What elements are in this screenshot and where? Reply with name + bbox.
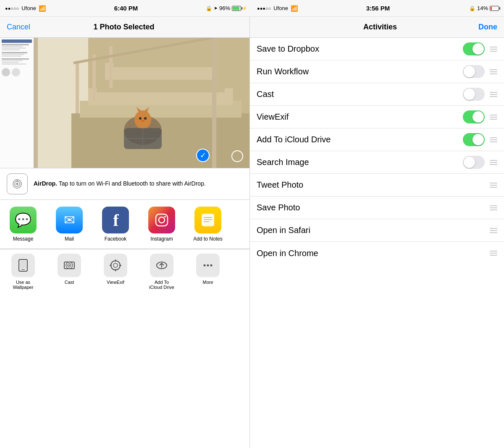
- drag-handle-chrome[interactable]: [490, 251, 497, 256]
- airdrop-icon: [7, 173, 28, 194]
- app-icon-notes-label: Add to Notes: [193, 236, 222, 242]
- svg-rect-31: [156, 214, 168, 226]
- mail-icon: ✉: [56, 207, 83, 233]
- activities-list: Save to Dropbox Run Workflow: [250, 38, 504, 448]
- svg-point-45: [111, 261, 120, 270]
- app-icons-row: 💬 Message ✉ Mail f Facebook: [0, 200, 249, 249]
- app-icon-instagram[interactable]: Instagram: [139, 207, 185, 242]
- photo-empty-circle[interactable]: [231, 150, 243, 162]
- drag-handle-dropbox[interactable]: [490, 47, 497, 52]
- svg-point-54: [207, 265, 209, 267]
- app-icon-mail[interactable]: ✉ Mail: [46, 207, 92, 242]
- svg-rect-40: [21, 269, 25, 270]
- cast-icon: [58, 254, 81, 277]
- activity-row-tweet: Tweet Photo: [250, 174, 504, 196]
- drag-handle-workflow[interactable]: [490, 69, 497, 74]
- app-icon-notes[interactable]: Add to Notes: [185, 207, 231, 242]
- svg-point-32: [159, 217, 165, 223]
- activity-label-viewexif: ViewExif: [257, 112, 289, 122]
- activity-label-workflow: Run Workflow: [257, 67, 309, 76]
- activity-row-icloud: Add To iCloud Drive: [250, 128, 504, 151]
- svg-point-18: [144, 117, 147, 120]
- wifi-icon-right: 📶: [291, 5, 298, 12]
- photo-thumb-left[interactable]: [0, 38, 34, 168]
- action-viewexif[interactable]: ViewExif: [92, 254, 139, 288]
- toggle-icloud[interactable]: [463, 133, 485, 146]
- action-cast[interactable]: Cast: [46, 254, 92, 288]
- drag-handle-search[interactable]: [490, 160, 497, 165]
- status-bar-left: ●●○○○ Ufone 📶 6:40 PM 🔒 ➤ 96% ⚡: [0, 5, 252, 12]
- cancel-button[interactable]: Cancel: [7, 23, 30, 31]
- activity-label-icloud: Add To iCloud Drive: [257, 135, 331, 144]
- carrier-left: Ufone: [21, 5, 36, 11]
- svg-rect-39: [20, 261, 26, 268]
- photo-main[interactable]: ✓: [34, 38, 216, 168]
- battery-left: ⚡: [232, 6, 247, 11]
- activity-row-dropbox: Save to Dropbox: [250, 38, 504, 60]
- instagram-icon: [148, 207, 175, 233]
- activity-label-savephoto: Save Photo: [257, 203, 300, 212]
- svg-point-19: [141, 120, 144, 122]
- toggle-workflow[interactable]: [463, 65, 485, 78]
- facebook-icon: f: [102, 207, 129, 233]
- viewexif-icon: [104, 254, 127, 277]
- activity-label-cast: Cast: [257, 89, 274, 99]
- action-icons-row: Use asWallpaper Cast: [0, 249, 249, 448]
- svg-point-55: [210, 265, 213, 267]
- app-icon-message-label: Message: [13, 236, 34, 242]
- action-more[interactable]: More: [185, 254, 231, 288]
- wifi-icon-left: 📶: [39, 5, 46, 12]
- svg-rect-11: [109, 46, 113, 88]
- toggle-viewexif[interactable]: [463, 110, 485, 123]
- done-button[interactable]: Done: [478, 23, 497, 31]
- status-bar: ●●○○○ Ufone 📶 6:40 PM 🔒 ➤ 96% ⚡ ●●●○○ Uf…: [0, 0, 504, 17]
- more-icon: [196, 254, 220, 277]
- notes-icon: [194, 207, 221, 233]
- svg-rect-34: [202, 214, 214, 226]
- toggle-search[interactable]: [463, 156, 485, 169]
- toggle-cast[interactable]: [463, 88, 485, 101]
- app-icon-facebook[interactable]: f Facebook: [92, 207, 139, 242]
- svg-point-30: [16, 183, 18, 185]
- app-icon-instagram-label: Instagram: [150, 236, 173, 242]
- battery-percent-left: 96%: [219, 5, 230, 11]
- drag-handle-savephoto[interactable]: [490, 205, 497, 210]
- drag-handle-viewexif[interactable]: [490, 115, 497, 120]
- battery-right: [490, 6, 499, 11]
- activity-row-viewexif: ViewExif: [250, 106, 504, 128]
- left-panel: Cancel 1 Photo Selected: [0, 17, 250, 448]
- airdrop-description: AirDrop. Tap to turn on Wi-Fi and Blueto…: [34, 180, 206, 188]
- action-wallpaper[interactable]: Use asWallpaper: [0, 254, 46, 293]
- viewexif-label: ViewExif: [107, 280, 124, 285]
- photo-strip: ✓: [0, 38, 250, 168]
- activity-label-safari: Open in Safari: [257, 225, 310, 235]
- drag-handle-tweet[interactable]: [490, 183, 497, 188]
- wallpaper-icon: [11, 254, 35, 277]
- drag-handle-icloud[interactable]: [490, 137, 497, 142]
- lock-left: 🔒: [206, 5, 212, 11]
- app-icon-message[interactable]: 💬 Message: [0, 207, 46, 242]
- action-icloud[interactable]: Add ToiCloud Drive: [139, 254, 185, 293]
- nav-bar-right: Activities Done: [250, 17, 504, 38]
- cast-label: Cast: [65, 280, 74, 285]
- activity-row-savephoto: Save Photo: [250, 196, 504, 219]
- svg-point-17: [139, 117, 142, 120]
- toggle-dropbox[interactable]: [463, 42, 485, 55]
- photo-thumb-right[interactable]: [216, 38, 250, 168]
- right-panel: Activities Done Save to Dropbox Run Work…: [250, 17, 504, 448]
- main-layout: Cancel 1 Photo Selected: [0, 17, 504, 448]
- activity-row-safari: Open in Safari: [250, 219, 504, 242]
- icloud-label: Add ToiCloud Drive: [149, 280, 174, 290]
- signal-dots-right: ●●●○○: [257, 6, 271, 11]
- signal-dots-left: ●●○○○: [5, 6, 19, 11]
- svg-point-33: [164, 216, 166, 217]
- drag-handle-safari[interactable]: [490, 228, 497, 233]
- svg-point-44: [69, 265, 70, 266]
- photo-selected-check[interactable]: ✓: [196, 149, 210, 162]
- activity-label-dropbox: Save to Dropbox: [257, 44, 319, 54]
- drag-handle-cast[interactable]: [490, 92, 497, 97]
- svg-point-46: [113, 263, 118, 267]
- photo-selected-title: 1 Photo Selected: [93, 23, 154, 31]
- activity-row-search: Search Image: [250, 151, 504, 174]
- activity-row-cast: Cast: [250, 83, 504, 106]
